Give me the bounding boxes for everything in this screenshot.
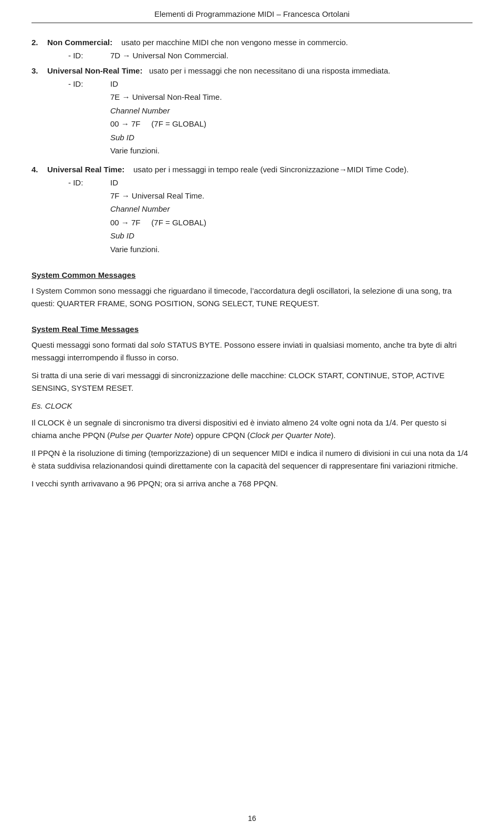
item-3-varie: Varie funzioni. [110,144,472,158]
system-common-heading: System Common Messages [32,271,472,279]
item-3-desc: usato per i messaggi che non necessitano… [145,66,391,75]
es-clock-label: Es. CLOCK [32,400,472,412]
system-common-section: System Common Messages I System Common s… [32,271,472,310]
page: Elementi di Programmazione MIDI – France… [0,0,504,832]
system-real-time-section: System Real Time Messages Questi messagg… [32,325,472,490]
item-4-indent: 7F → Universal Real Time. Channel Number… [110,189,472,256]
item-4-sub-id-label: Sub ID [110,229,472,243]
item-4-id-row: - ID: ID [68,178,472,187]
header-title: Elementi di Programmazione MIDI – France… [154,9,350,18]
page-footer: 16 [0,814,504,823]
item-4-sub-id: 7F → Universal Real Time. [110,189,472,203]
item-2-id-row: - ID: 7D → Universal Non Commercial. [68,51,472,60]
item-3-sub-id: 7E → Universal Non-Real Time. [110,90,472,104]
item-4-varie: Varie funzioni. [110,243,472,256]
item-3-id-label: - ID: [68,79,110,88]
item-4-channel: Channel Number [110,202,472,216]
item-4-id-value: ID [110,178,118,187]
page-number: 16 [248,814,256,823]
ppqn-italic: Pulse per Quarter Note [110,431,191,440]
item-3-id-value: ID [110,79,118,88]
item-4-desc: usato per i messaggi in tempo reale (ved… [127,165,408,174]
item-3-title: Universal Non-Real Time: [47,66,142,75]
item-3: 3. Universal Non-Real Time: usato per i … [32,66,472,158]
item-2-id-label: - ID: [68,51,110,60]
item-4-title: Universal Real Time: [47,165,124,174]
es-italic: Es. CLOCK [32,401,72,410]
item-2-title: Non Commercial: [47,38,112,47]
item-3-indent: 7E → Universal Non-Real Time. Channel Nu… [110,90,472,158]
system-common-para: I System Common sono messaggi che riguar… [32,285,472,310]
item-3-sub-id-label: Sub ID [110,131,472,144]
item-2-content: Non Commercial: usato per macchine MIDI … [47,38,472,61]
item-4-channel-range: 00 → 7F (7F = GLOBAL) [110,216,472,230]
item-2-number: 2. [32,38,47,61]
page-header: Elementi di Programmazione MIDI – France… [32,0,472,23]
item-4-number: 4. [32,165,47,256]
item-2-desc: usato per macchine MIDI che non vengono … [114,38,348,47]
item-3-id-block: - ID: ID 7E → Universal Non-Real Time. C… [68,79,472,158]
system-real-time-para2: Si tratta di una serie di vari messaggi … [32,369,472,394]
clock-para1: Il CLOCK è un segnale di sincronismo tra… [32,417,472,442]
item-2-id-block: - ID: 7D → Universal Non Commercial. [68,51,472,60]
solo-italic: solo [151,340,165,349]
item-3-channel-range: 00 → 7F (7F = GLOBAL) [110,117,472,131]
item-3-content: Universal Non-Real Time: usato per i mes… [47,66,472,158]
system-real-time-heading: System Real Time Messages [32,325,472,334]
ppqn-para: Il PPQN è la risoluzione di timing (temp… [32,447,472,472]
item-3-number: 3. [32,66,47,158]
item-3-id-row: - ID: ID [68,79,472,88]
item-3-channel: Channel Number [110,104,472,118]
item-2: 2. Non Commercial: usato per macchine MI… [32,38,472,61]
item-4: 4. Universal Real Time: usato per i mess… [32,165,472,256]
item-4-id-block: - ID: ID 7F → Universal Real Time. Chann… [68,178,472,256]
synth-para: I vecchi synth arrivavano a 96 PPQN; ora… [32,477,472,490]
cpqn-italic: Clock per Quarter Note [250,431,331,440]
item-4-id-label: - ID: [68,178,110,187]
system-real-time-para1: Questi messaggi sono formati dal solo ST… [32,339,472,364]
item-4-content: Universal Real Time: usato per i messagg… [47,165,472,256]
item-2-id-value: 7D → Universal Non Commercial. [110,51,228,60]
